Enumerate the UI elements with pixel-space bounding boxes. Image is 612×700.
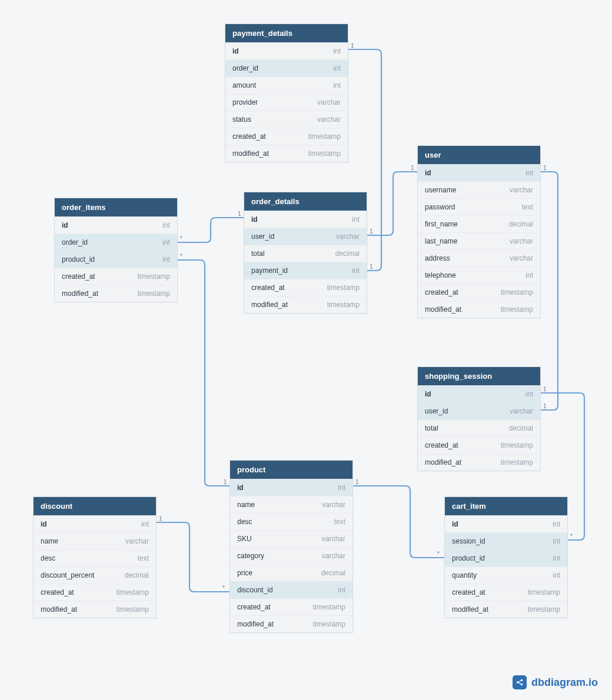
field-row[interactable]: order_idint [225, 59, 348, 76]
field-name: last_name [425, 237, 457, 245]
field-name: id [251, 215, 258, 224]
field-row[interactable]: totaldecimal [418, 419, 540, 436]
table-header[interactable]: cart_item [445, 497, 567, 515]
field-row[interactable]: modified_attimestamp [418, 301, 540, 318]
field-row[interactable]: created_attimestamp [445, 584, 567, 601]
field-type: timestamp [313, 603, 345, 611]
table-header[interactable]: discount [34, 497, 156, 515]
field-name: id [425, 390, 431, 398]
field-row[interactable]: providervarchar [225, 94, 348, 111]
field-type: decimal [125, 571, 149, 579]
table-order_details[interactable]: order_detailsidintuser_idvarchartotaldec… [244, 192, 367, 314]
field-type: int [338, 586, 345, 594]
share-icon [513, 675, 527, 689]
field-row[interactable]: idint [55, 216, 177, 234]
field-row[interactable]: modified_attimestamp [230, 615, 352, 632]
field-row[interactable]: created_attimestamp [34, 584, 156, 601]
table-header[interactable]: order_items [55, 198, 177, 216]
field-row[interactable]: passwordtext [418, 198, 540, 215]
field-name: SKU [237, 535, 252, 543]
field-row[interactable]: desctext [230, 513, 352, 530]
field-name: password [425, 203, 455, 211]
field-row[interactable]: usernamevarchar [418, 181, 540, 198]
field-type: int [553, 537, 560, 545]
field-row[interactable]: session_idint [445, 532, 567, 549]
field-row[interactable]: SKUvarchar [230, 530, 352, 547]
table-header[interactable]: user [418, 146, 540, 164]
field-row[interactable]: order_idint [55, 234, 177, 251]
field-row[interactable]: product_idint [55, 251, 177, 268]
field-row[interactable]: modified_attimestamp [34, 601, 156, 618]
field-row[interactable]: discount_idint [230, 581, 352, 598]
field-row[interactable]: namevarchar [34, 532, 156, 549]
field-type: timestamp [308, 149, 341, 158]
field-row[interactable]: created_attimestamp [225, 128, 348, 145]
field-row[interactable]: telephoneint [418, 266, 540, 284]
table-cart_item[interactable]: cart_itemidintsession_idintproduct_idint… [444, 496, 568, 618]
field-row[interactable]: idint [445, 515, 567, 532]
field-row[interactable]: idint [230, 479, 352, 496]
table-header[interactable]: payment_details [225, 24, 348, 42]
field-row[interactable]: modified_attimestamp [55, 285, 177, 302]
field-row[interactable]: namevarchar [230, 496, 352, 513]
field-name: created_at [452, 588, 485, 596]
field-type: int [162, 255, 170, 264]
field-row[interactable]: created_attimestamp [418, 284, 540, 301]
field-row[interactable]: addressvarchar [418, 249, 540, 266]
field-name: created_at [251, 284, 285, 292]
table-discount[interactable]: discountidintnamevarchardesctextdiscount… [33, 496, 157, 618]
field-row[interactable]: created_attimestamp [418, 436, 540, 454]
table-shopping_session[interactable]: shopping_sessionidintuser_idvarchartotal… [417, 366, 541, 471]
field-row[interactable]: user_idvarchar [418, 402, 540, 419]
field-name: id [41, 520, 47, 528]
field-name: telephone [425, 271, 456, 279]
field-type: varchar [125, 537, 149, 545]
field-row[interactable]: last_namevarchar [418, 232, 540, 249]
table-user[interactable]: useridintusernamevarcharpasswordtextfirs… [417, 145, 541, 318]
table-order_items[interactable]: order_itemsidintorder_idintproduct_idint… [54, 198, 178, 302]
field-type: int [333, 81, 341, 89]
field-row[interactable]: first_namedecimal [418, 215, 540, 232]
field-row[interactable]: totaldecimal [244, 245, 367, 262]
field-type: varchar [510, 407, 533, 415]
field-row[interactable]: categoryvarchar [230, 547, 352, 564]
field-row[interactable]: quantityint [445, 566, 567, 584]
table-header[interactable]: product [230, 461, 352, 479]
field-row[interactable]: idint [418, 164, 540, 181]
field-name: id [232, 47, 239, 55]
field-name: created_at [41, 588, 74, 596]
field-name: session_id [452, 537, 485, 545]
field-row[interactable]: idint [418, 385, 540, 402]
table-header[interactable]: order_details [244, 192, 367, 211]
field-row[interactable]: idint [244, 211, 367, 228]
field-row[interactable]: payment_idint [244, 262, 367, 279]
table-header[interactable]: shopping_session [418, 367, 540, 385]
field-row[interactable]: user_idvarchar [244, 228, 367, 245]
field-row[interactable]: created_attimestamp [55, 268, 177, 285]
field-row[interactable]: statusvarchar [225, 111, 348, 128]
field-row[interactable]: modified_attimestamp [225, 145, 348, 162]
field-row[interactable]: product_idint [445, 549, 567, 566]
field-name: created_at [232, 132, 266, 141]
table-payment_details[interactable]: payment_detailsidintorder_idintamountint… [225, 24, 348, 162]
table-product[interactable]: productidintnamevarchardesctextSKUvarcha… [230, 460, 353, 633]
field-type: timestamp [501, 458, 533, 466]
field-type: varchar [510, 254, 533, 262]
field-type: varchar [317, 98, 341, 106]
field-row[interactable]: idint [225, 42, 348, 59]
field-row[interactable]: modified_attimestamp [445, 601, 567, 618]
field-type: timestamp [117, 605, 149, 614]
field-row[interactable]: amountint [225, 76, 348, 94]
field-row[interactable]: modified_attimestamp [244, 296, 367, 313]
field-type: varchar [322, 552, 345, 560]
field-name: total [251, 249, 265, 258]
field-row[interactable]: created_attimestamp [230, 598, 352, 615]
field-name: id [62, 221, 68, 229]
field-row[interactable]: modified_attimestamp [418, 454, 540, 471]
field-row[interactable]: idint [34, 515, 156, 532]
field-row[interactable]: desctext [34, 549, 156, 566]
field-row[interactable]: created_attimestamp [244, 279, 367, 296]
field-row[interactable]: discount_percentdecimal [34, 566, 156, 584]
field-type: int [338, 484, 345, 492]
field-row[interactable]: pricedecimal [230, 564, 352, 581]
